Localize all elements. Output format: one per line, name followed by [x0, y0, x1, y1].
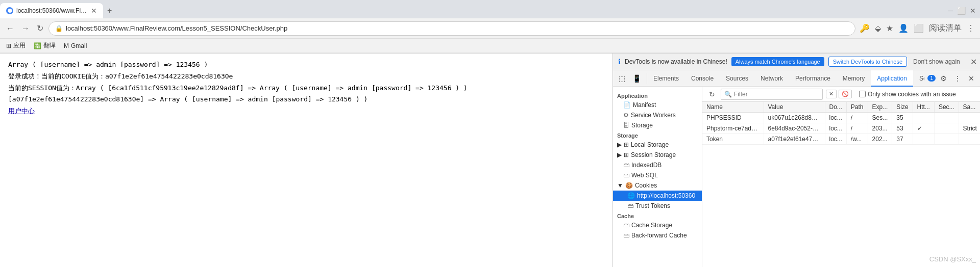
- cache-storage-label: Cache Storage: [631, 222, 672, 229]
- cookies-issue-checkbox[interactable]: [859, 91, 866, 97]
- back-forward-cache-icon: 🗃: [623, 232, 629, 239]
- tab-favicon: ⬤: [6, 7, 13, 14]
- expand-icon: ▶: [617, 141, 622, 148]
- storage-icon: 🗄: [623, 122, 629, 129]
- reload-button[interactable]: ↻: [35, 21, 45, 35]
- tab-network[interactable]: Network: [754, 70, 789, 87]
- reader-mode-icon[interactable]: 阅读清单: [928, 22, 963, 35]
- sidebar-item-websql[interactable]: 🗃 Web SQL: [613, 170, 702, 180]
- dont-show-link[interactable]: Don't show again: [913, 58, 960, 65]
- table-header-row: Name Value Do... Path Exp... Size Htt...…: [702, 102, 980, 113]
- local-storage-label: Local Storage: [631, 141, 669, 148]
- tab-memory[interactable]: Memory: [837, 70, 871, 87]
- extension-icon[interactable]: ⬜: [913, 22, 925, 34]
- cell-value-3: a07f1e2ef61e4754422283e0cd8...: [764, 134, 825, 145]
- page-line-1: Array ( [username] => admin [password] =…: [8, 60, 604, 70]
- tab-sources[interactable]: Sources: [720, 70, 754, 87]
- tab-application[interactable]: Application: [871, 70, 913, 87]
- cell-name-1: PHPSESSID: [702, 113, 764, 123]
- local-storage-icon: ⊞: [624, 141, 629, 148]
- cell-expires-1: Ses...: [868, 113, 892, 123]
- service-workers-label: Service Workers: [631, 112, 676, 119]
- watermark: CSDN @SXxx_: [929, 255, 976, 263]
- trust-tokens-icon: 🗃: [627, 202, 633, 209]
- col-value: Value: [764, 102, 825, 113]
- sidebar-item-manifest[interactable]: 📄 Manifest: [613, 100, 702, 110]
- tab-elements[interactable]: Elements: [647, 70, 685, 87]
- sidebar-cookies-group[interactable]: ▼ 🍪 Cookies: [613, 180, 702, 191]
- bookmark-apps-label: 应用: [13, 41, 26, 50]
- user-center-link[interactable]: 用户中心: [8, 107, 35, 115]
- refresh-button[interactable]: ↻: [706, 89, 718, 100]
- table-row[interactable]: PHPSESSID uk067u1c268d8p6b8iu9rec42a loc…: [702, 113, 980, 123]
- devtools-toolbar: ⬚ 📱 Elements Console Sources Network Per…: [613, 70, 980, 87]
- forward-button[interactable]: →: [19, 22, 32, 35]
- settings-icon[interactable]: ⋮: [966, 22, 976, 34]
- col-expires: Exp...: [868, 102, 892, 113]
- url-text: localhost:50360/www.FinalReview.com/Less…: [66, 24, 849, 32]
- match-language-button[interactable]: Always match Chrome's language: [731, 57, 824, 66]
- cookies-issue-checkbox-wrap[interactable]: Only show cookies with an issue: [859, 91, 956, 98]
- notification-close-button[interactable]: ✕: [970, 57, 977, 67]
- page-content: Array ( [username] => admin [password] =…: [0, 54, 612, 267]
- new-tab-button[interactable]: +: [103, 4, 116, 17]
- cell-size-1: 35: [892, 113, 913, 123]
- sidebar-item-back-forward-cache[interactable]: 🗃 Back-forward Cache: [613, 230, 702, 241]
- filter-input-wrap[interactable]: 🔍: [721, 89, 823, 100]
- inspect-element-button[interactable]: ⬚: [616, 73, 628, 84]
- sidebar-local-storage-group[interactable]: ▶ ⊞ Local Storage: [613, 140, 702, 150]
- clear-filter-button[interactable]: ✕: [826, 90, 837, 98]
- sidebar-item-trust-tokens[interactable]: 🗃 Trust Tokens: [613, 201, 702, 211]
- manifest-icon: 📄: [623, 101, 631, 109]
- bookmark-star-icon[interactable]: ★: [885, 22, 894, 34]
- tab-title: localhost:50360/www.FinalRe...: [16, 7, 88, 14]
- minimize-icon[interactable]: ─: [948, 7, 953, 15]
- cell-path-1: /: [846, 113, 868, 123]
- bookmark-gmail[interactable]: M Gmail: [62, 41, 89, 50]
- cell-expires-3: 202...: [868, 134, 892, 145]
- tab-performance[interactable]: Performance: [789, 70, 837, 87]
- back-button[interactable]: ←: [4, 22, 16, 35]
- cell-size-3: 37: [892, 134, 913, 145]
- tab-close-button[interactable]: ✕: [91, 7, 97, 15]
- close-devtools-button[interactable]: ✕: [966, 73, 977, 84]
- sidebar-item-service-workers[interactable]: ⚙ Service Workers: [613, 110, 702, 120]
- sidebar-item-cache-storage[interactable]: 🗃 Cache Storage: [613, 220, 702, 230]
- cell-httponly-3: [913, 134, 934, 145]
- settings-button[interactable]: ⚙: [938, 73, 949, 84]
- block-cookies-button[interactable]: 🚫: [839, 90, 852, 98]
- devtools-tabs: Elements Console Sources Network Perform…: [647, 70, 924, 87]
- websql-icon: 🗃: [623, 172, 629, 179]
- cell-secure-1: [934, 113, 959, 123]
- expand-session-icon: ▶: [617, 151, 622, 158]
- maximize-icon[interactable]: ⬜: [957, 7, 966, 15]
- cookies-data-table: Name Value Do... Path Exp... Size Htt...…: [702, 102, 980, 145]
- cast-icon[interactable]: ⬙: [874, 22, 882, 34]
- sidebar-item-localhost[interactable]: 🌐 http://localhost:50360: [613, 191, 702, 201]
- active-tab[interactable]: ⬤ localhost:50360/www.FinalRe... ✕: [0, 3, 103, 18]
- close-window-icon[interactable]: ✕: [970, 7, 976, 15]
- tab-console[interactable]: Console: [685, 70, 720, 87]
- cell-httponly-1: [913, 113, 934, 123]
- profile-icon[interactable]: 👤: [897, 22, 910, 34]
- globe-icon: 🌐: [627, 192, 635, 199]
- table-row[interactable]: Phpstorm-ce7ad056 6e84d9ac-2052-49cb-adf…: [702, 123, 980, 134]
- more-options-button[interactable]: ⋮: [951, 73, 964, 84]
- filter-input[interactable]: [734, 91, 819, 98]
- cookies-table: Name Value Do... Path Exp... Size Htt...…: [702, 102, 980, 267]
- tab-security[interactable]: Security: [913, 70, 925, 87]
- bookmark-apps[interactable]: ⊞ 应用: [4, 40, 28, 51]
- sidebar-item-indexeddb[interactable]: 🗃 IndexedDB: [613, 160, 702, 170]
- cell-name-3: Token: [702, 134, 764, 145]
- websql-label: Web SQL: [631, 172, 658, 179]
- sidebar-item-storage[interactable]: 🗄 Storage: [613, 120, 702, 130]
- sidebar-session-storage-group[interactable]: ▶ ⊞ Session Storage: [613, 150, 702, 160]
- bookmark-translate[interactable]: 🈯 翻译: [32, 40, 58, 51]
- nav-bar: ← → ↻ 🔒 localhost:50360/www.FinalReview.…: [0, 18, 980, 39]
- key-icon[interactable]: 🔑: [859, 22, 871, 34]
- switch-devtools-button[interactable]: Switch DevTools to Chinese: [828, 57, 907, 67]
- address-bar[interactable]: 🔒 localhost:50360/www.FinalReview.com/Le…: [48, 21, 855, 36]
- table-row[interactable]: Token a07f1e2ef61e4754422283e0cd8... loc…: [702, 134, 980, 145]
- device-mode-button[interactable]: 📱: [630, 73, 644, 84]
- cell-expires-2: 203...: [868, 123, 892, 134]
